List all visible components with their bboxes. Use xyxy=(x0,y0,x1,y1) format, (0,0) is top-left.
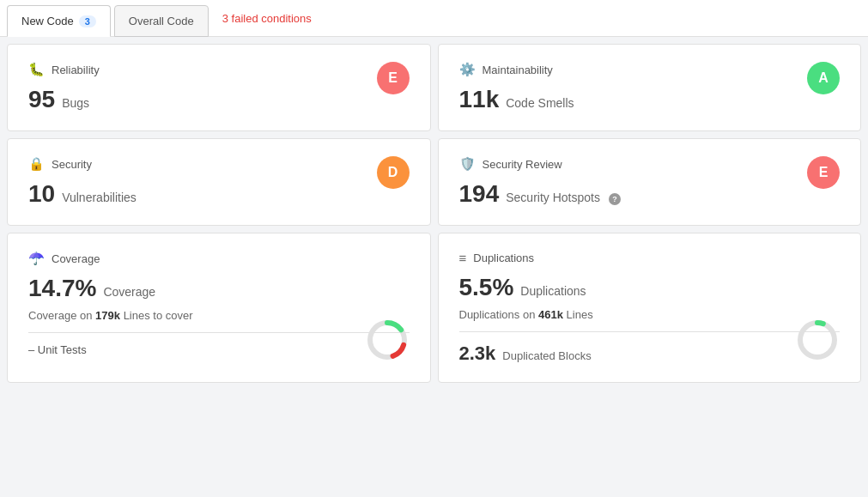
metrics-grid: 🐛 Reliability 95 Bugs E ⚙️ Maintainabili… xyxy=(0,37,868,390)
dup-blocks-value: 2.3k xyxy=(459,342,496,365)
duplications-icon: ≡ xyxy=(459,251,467,265)
duplications-value: 5.5% xyxy=(459,274,514,301)
security-review-title: Security Review xyxy=(483,158,562,171)
security-header: 🔒 Security xyxy=(28,156,410,172)
coverage-divider xyxy=(28,332,410,333)
duplications-sub-label: Duplications on xyxy=(459,308,536,321)
unit-tests-prefix: – xyxy=(28,343,34,356)
failed-conditions: 3 failed conditions xyxy=(222,12,312,25)
coverage-label: Coverage xyxy=(103,285,155,299)
coverage-icon: ☂️ xyxy=(28,251,45,266)
duplications-donut-container xyxy=(795,318,840,365)
tab-new-code-badge: 3 xyxy=(79,15,96,27)
maintainability-icon: ⚙️ xyxy=(459,62,476,77)
tab-new-code[interactable]: New Code 3 xyxy=(7,5,111,37)
duplications-donut xyxy=(795,318,840,362)
reliability-header: 🐛 Reliability xyxy=(28,62,410,77)
duplications-sub-info: Duplications on 461k Lines xyxy=(459,308,841,321)
security-review-grade: E xyxy=(807,156,840,189)
reliability-title: Reliability xyxy=(52,64,100,76)
maintainability-header: ⚙️ Maintainability xyxy=(459,62,841,77)
maintainability-card: ⚙️ Maintainability 11k Code Smells A xyxy=(438,44,862,131)
maintainability-metric-row: 11k Code Smells xyxy=(459,86,841,113)
coverage-donut xyxy=(365,318,410,362)
coverage-sub-value: 179k xyxy=(95,309,120,322)
duplications-label: Duplications xyxy=(520,284,586,298)
reliability-label: Bugs xyxy=(62,96,89,110)
maintainability-grade: A xyxy=(807,62,840,94)
security-review-help-icon[interactable]: ? xyxy=(609,193,621,205)
security-icon: 🔒 xyxy=(28,156,45,172)
security-grade: D xyxy=(377,156,410,189)
security-metric-row: 10 Vulnerabilities xyxy=(28,180,410,208)
tab-new-code-label: New Code xyxy=(21,15,74,27)
tab-bar: New Code 3 Overall Code 3 failed conditi… xyxy=(0,0,868,37)
reliability-icon: 🐛 xyxy=(28,62,45,77)
security-review-card: 🛡️ Security Review 194 Security Hotspots… xyxy=(438,138,862,226)
security-value: 10 xyxy=(28,180,55,208)
duplications-card: ≡ Duplications 5.5% Duplications Duplica… xyxy=(438,233,862,383)
coverage-sub-info: Coverage on 179k Lines to cover xyxy=(28,309,410,322)
duplications-divider xyxy=(459,331,841,332)
coverage-sub-label: Coverage on xyxy=(28,309,92,322)
tab-overall-code-label: Overall Code xyxy=(129,15,194,27)
maintainability-value: 11k xyxy=(459,86,500,113)
maintainability-label: Code Smells xyxy=(506,96,574,110)
maintainability-title: Maintainability xyxy=(483,64,553,76)
duplications-sub-value: 461k xyxy=(538,308,563,321)
security-card: 🔒 Security 10 Vulnerabilities D xyxy=(7,138,431,226)
tab-overall-code[interactable]: Overall Code xyxy=(114,5,209,37)
duplications-header: ≡ Duplications xyxy=(459,251,841,265)
reliability-grade: E xyxy=(377,62,410,94)
security-review-icon: 🛡️ xyxy=(459,156,476,172)
coverage-title: Coverage xyxy=(52,252,100,265)
dup-blocks-row: 2.3k Duplicated Blocks xyxy=(459,342,841,365)
security-review-metric-row: 194 Security Hotspots ? xyxy=(459,180,841,208)
coverage-metric-row: 14.7% Coverage xyxy=(28,275,410,302)
security-review-value: 194 xyxy=(459,180,500,208)
svg-point-3 xyxy=(800,323,835,357)
unit-tests-label: Unit Tests xyxy=(38,343,87,356)
coverage-value: 14.7% xyxy=(28,275,96,302)
reliability-metric-row: 95 Bugs xyxy=(28,86,410,113)
coverage-card: ☂️ Coverage 14.7% Coverage Coverage on 1… xyxy=(7,233,431,383)
reliability-value: 95 xyxy=(28,86,55,113)
security-label: Vulnerabilities xyxy=(62,191,137,204)
security-review-label: Security Hotspots xyxy=(506,191,600,204)
coverage-sub-suffix: Lines to cover xyxy=(124,309,193,322)
security-title: Security xyxy=(52,158,92,171)
reliability-card: 🐛 Reliability 95 Bugs E xyxy=(7,44,431,131)
duplications-title: Duplications xyxy=(473,252,534,264)
duplications-sub-suffix: Lines xyxy=(567,308,593,321)
coverage-donut-container xyxy=(365,318,410,365)
coverage-header: ☂️ Coverage xyxy=(28,251,410,266)
unit-tests-row: – Unit Tests xyxy=(28,343,410,356)
dup-blocks-label: Duplicated Blocks xyxy=(502,349,591,362)
security-review-header: 🛡️ Security Review xyxy=(459,156,841,172)
duplications-metric-row: 5.5% Duplications xyxy=(459,274,841,301)
